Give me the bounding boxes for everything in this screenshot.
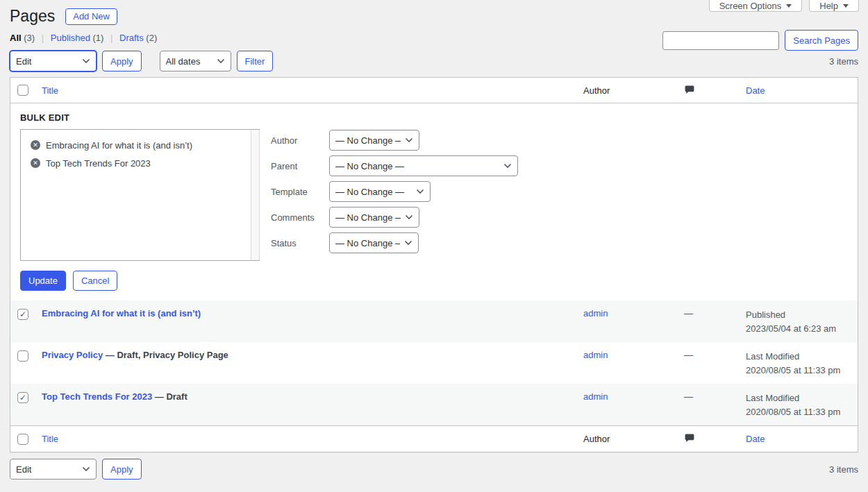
comments-select[interactable]: — No Change —: [329, 207, 419, 228]
select-all-checkbox-bottom[interactable]: [17, 434, 28, 445]
filter-all-link[interactable]: All: [10, 33, 22, 43]
apply-button-bottom[interactable]: Apply: [102, 459, 142, 480]
table-row: Privacy Policy — Draft, Privacy Policy P…: [10, 342, 858, 384]
scrollbar-track[interactable]: [251, 130, 260, 260]
comments-count: —: [684, 350, 693, 360]
date-status: Last Modified: [746, 350, 858, 364]
bulk-selected-item: ✕ Embracing AI for what it is (and isn’t…: [31, 136, 259, 154]
toolbar-top: Edit Apply All dates Filter 3 items: [10, 51, 858, 71]
page-title: Pages: [10, 6, 55, 26]
row-checkbox[interactable]: [17, 309, 28, 320]
date-value: 2020/08/05 at 11:33 pm: [746, 405, 858, 419]
bulk-edit-fields: Author — No Change — Parent — No Change …: [271, 129, 518, 261]
select-all-checkbox-top[interactable]: [17, 85, 28, 96]
screen-meta-links: Screen Options Help: [709, 0, 859, 12]
caret-down-icon: [786, 4, 792, 8]
bulk-item-title: Top Tech Trends For 2023: [46, 158, 151, 169]
template-select[interactable]: — No Change —: [329, 181, 431, 202]
items-count-bottom: 3 items: [829, 464, 858, 475]
items-count-top: 3 items: [829, 56, 858, 67]
search-input[interactable]: [662, 31, 779, 50]
page-title-link[interactable]: Privacy Policy: [42, 350, 103, 360]
filter-drafts-count: (2): [146, 33, 157, 43]
author-link[interactable]: admin: [583, 391, 608, 402]
column-title-sort[interactable]: Title: [42, 434, 58, 444]
field-template: Template — No Change —: [271, 181, 518, 202]
author-select[interactable]: — No Change —: [329, 130, 419, 151]
add-new-button[interactable]: Add New: [65, 8, 117, 25]
filter-all-count: (3): [24, 33, 35, 43]
column-date-sort[interactable]: Date: [746, 434, 765, 444]
comment-bubble-icon: [684, 84, 695, 95]
page-state-label: — Draft: [155, 391, 187, 402]
pages-list-table: Title Author Date BULK EDIT ✕ Embracing …: [10, 77, 858, 452]
update-button[interactable]: Update: [20, 271, 66, 291]
table-footer-row: Title Author Date: [10, 425, 858, 452]
comment-bubble-icon: [684, 432, 695, 443]
column-author: Author: [583, 85, 663, 96]
search-pages-button[interactable]: Search Pages: [785, 30, 858, 51]
field-parent-label: Parent: [271, 161, 329, 171]
toolbar-bottom: Edit Apply 3 items: [10, 459, 858, 480]
parent-select[interactable]: — No Change —: [329, 155, 518, 176]
date-status: Published: [746, 308, 858, 322]
comments-count: —: [684, 391, 693, 402]
caret-down-icon: [843, 4, 849, 8]
table-header-row: Title Author Date: [10, 78, 858, 103]
bulk-selected-titles-box: ✕ Embracing AI for what it is (and isn’t…: [20, 129, 260, 261]
cancel-button[interactable]: Cancel: [73, 271, 117, 291]
table-row: Top Tech Trends For 2023 — Draft admin —…: [10, 384, 858, 425]
field-template-label: Template: [271, 187, 329, 197]
remove-item-icon[interactable]: ✕: [31, 158, 40, 168]
field-status-label: Status: [271, 238, 329, 248]
bulk-edit-panel: BULK EDIT ✕ Embracing AI for what it is …: [10, 103, 858, 300]
remove-item-icon[interactable]: ✕: [31, 140, 40, 150]
page-title-link[interactable]: Embracing AI for what it is (and isn’t): [42, 308, 201, 319]
bulk-action-select-bottom[interactable]: Edit: [10, 459, 97, 480]
bulk-item-title: Embracing AI for what it is (and isn’t): [46, 140, 192, 151]
field-author: Author — No Change —: [271, 130, 518, 151]
table-row: Embracing AI for what it is (and isn’t) …: [10, 300, 858, 342]
help-button[interactable]: Help: [809, 0, 859, 12]
help-label: Help: [819, 1, 838, 11]
dates-filter-select[interactable]: All dates: [160, 51, 231, 71]
date-value: 2020/08/05 at 11:33 pm: [746, 364, 858, 378]
author-link[interactable]: admin: [583, 308, 608, 319]
filter-drafts-link[interactable]: Drafts: [119, 33, 144, 43]
comments-count: —: [684, 308, 693, 319]
filter-published-count: (1): [93, 33, 104, 43]
bulk-selected-item: ✕ Top Tech Trends For 2023: [31, 154, 259, 172]
field-status: Status — No Change —: [271, 232, 518, 253]
page-title-link[interactable]: Top Tech Trends For 2023: [42, 391, 152, 402]
bulk-action-select-top[interactable]: Edit: [10, 51, 97, 71]
date-value: 2023/05/04 at 6:23 am: [746, 322, 858, 336]
field-comments-label: Comments: [271, 212, 329, 223]
page-state-label: — Draft, Privacy Policy Page: [106, 350, 228, 360]
bulk-edit-legend: BULK EDIT: [20, 112, 848, 123]
field-author-label: Author: [271, 135, 329, 146]
column-title-sort[interactable]: Title: [42, 85, 58, 96]
filter-button[interactable]: Filter: [237, 51, 274, 71]
column-date-sort[interactable]: Date: [746, 85, 765, 96]
field-comments: Comments — No Change —: [271, 207, 518, 228]
column-author: Author: [583, 434, 663, 444]
filter-separator: |: [42, 33, 44, 43]
apply-button-top[interactable]: Apply: [102, 51, 142, 71]
status-select[interactable]: — No Change —: [329, 232, 419, 253]
author-link[interactable]: admin: [583, 350, 608, 360]
screen-options-label: Screen Options: [719, 1, 782, 11]
search-box: Search Pages: [662, 30, 858, 51]
filter-separator: |: [110, 33, 112, 43]
row-checkbox[interactable]: [17, 350, 28, 362]
screen-options-button[interactable]: Screen Options: [709, 0, 803, 12]
filter-published-link[interactable]: Published: [51, 33, 90, 43]
row-checkbox[interactable]: [17, 392, 28, 403]
date-status: Last Modified: [746, 391, 858, 405]
field-parent: Parent — No Change —: [271, 155, 518, 176]
